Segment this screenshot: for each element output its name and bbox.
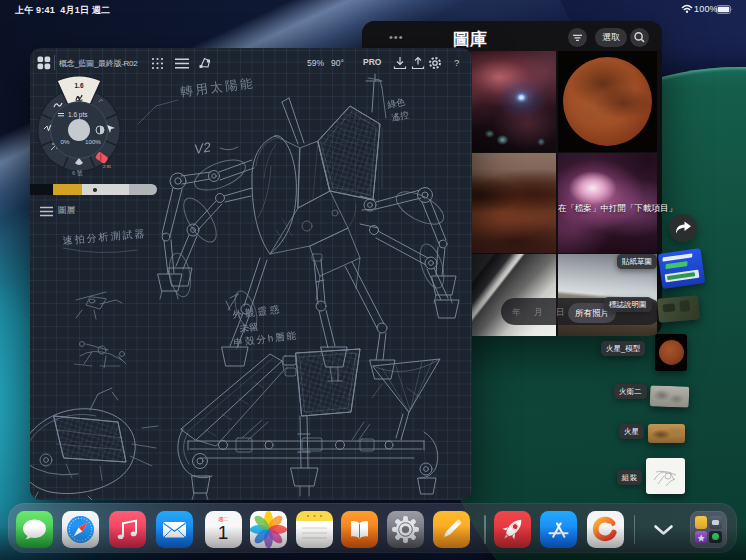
svg-text:遙控: 遙控	[390, 109, 410, 123]
svg-text:轉用太陽能: 轉用太陽能	[180, 76, 256, 99]
svg-text:速拍分析測試器: 速拍分析測試器	[62, 228, 147, 246]
svg-text:1.6 pts: 1.6 pts	[68, 111, 88, 119]
svg-text:100%: 100%	[85, 138, 101, 145]
svg-text:0%: 0%	[61, 138, 70, 145]
svg-text:6 號: 6 號	[72, 169, 83, 176]
svg-text:1.6: 1.6	[74, 82, 83, 89]
svg-text:2.91: 2.91	[103, 164, 112, 169]
svg-text:綠色: 綠色	[386, 96, 407, 110]
svg-text:V2: V2	[193, 139, 212, 156]
